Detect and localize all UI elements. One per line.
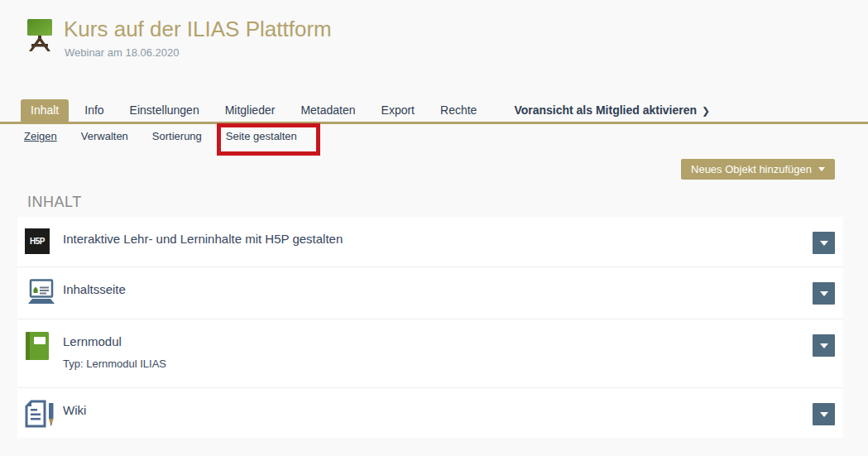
- subtab-zeigen[interactable]: Zeigen: [24, 130, 57, 142]
- subtab-sortierung[interactable]: Sortierung: [152, 130, 202, 142]
- tab-export[interactable]: Export: [372, 99, 424, 122]
- content-item-list: H5P Interaktive Lehr- und Lerninhalte mi…: [17, 217, 843, 438]
- add-object-button[interactable]: Neues Objekt hinzufügen: [681, 159, 835, 180]
- item-actions-dropdown-inhaltsseite[interactable]: [813, 282, 835, 305]
- subtab-seite-gestalten-label: Seite gestalten: [226, 130, 297, 142]
- list-item-inhaltsseite: Inhaltsseite: [17, 266, 843, 319]
- chevron-right-icon: ❯: [702, 105, 710, 117]
- subtab-verwalten[interactable]: Verwalten: [81, 130, 128, 142]
- wiki-icon: [25, 400, 58, 430]
- item-title-wiki[interactable]: Wiki: [63, 403, 86, 417]
- tab-inhalt[interactable]: Inhalt: [21, 99, 69, 122]
- item-actions-dropdown-wiki[interactable]: [813, 403, 835, 425]
- item-subtitle-lernmodul: Typ: Lernmodul ILIAS: [63, 358, 813, 370]
- main-tabbar: Inhalt Info Einstellungen Mitglieder Met…: [0, 99, 868, 124]
- tab-info[interactable]: Info: [74, 99, 113, 122]
- item-title-h5p[interactable]: Interaktive Lehr- und Lerninhalte mit H5…: [63, 232, 343, 246]
- caret-down-icon: [818, 167, 825, 171]
- course-easel-icon: [23, 18, 56, 53]
- course-header: Kurs auf der ILIAS Plattform Webinar am …: [23, 17, 332, 59]
- learning-module-icon: [25, 331, 50, 361]
- tab-einstellungen[interactable]: Einstellungen: [120, 99, 209, 122]
- caret-down-icon: [820, 343, 828, 348]
- list-item-wiki: Wiki: [17, 387, 843, 438]
- tab-metadaten[interactable]: Metadaten: [290, 99, 365, 122]
- content-section-title: INHALT: [27, 194, 82, 211]
- add-object-label: Neues Objekt hinzufügen: [691, 163, 812, 175]
- list-item-h5p: H5P Interaktive Lehr- und Lerninhalte mi…: [17, 217, 843, 266]
- item-actions-dropdown-h5p[interactable]: [813, 232, 835, 254]
- item-actions-dropdown-lernmodul[interactable]: [813, 334, 835, 357]
- item-title-lernmodul[interactable]: Lernmodul: [63, 334, 122, 348]
- tab-mitglieder[interactable]: Mitglieder: [215, 99, 285, 122]
- item-title-inhaltsseite[interactable]: Inhaltsseite: [63, 282, 126, 296]
- list-item-lernmodul: Lernmodul Typ: Lernmodul ILIAS: [17, 319, 843, 387]
- caret-down-icon: [820, 241, 828, 246]
- tab-rechte[interactable]: Rechte: [430, 99, 487, 122]
- h5p-icon: H5P: [25, 228, 50, 254]
- caret-down-icon: [820, 291, 828, 296]
- caret-down-icon: [820, 412, 828, 417]
- page-title: Kurs auf der ILIAS Plattform: [64, 17, 332, 41]
- page-subtitle: Webinar am 18.06.2020: [65, 46, 332, 59]
- sub-tabbar: Zeigen Verwalten Sortierung Seite gestal…: [24, 130, 321, 142]
- member-preview-label: Voransicht als Mitglied aktivieren: [514, 103, 697, 117]
- subtab-seite-gestalten[interactable]: Seite gestalten: [226, 130, 297, 142]
- tab-member-preview[interactable]: Voransicht als Mitglied aktivieren❯: [504, 99, 720, 122]
- content-page-icon: [25, 279, 58, 305]
